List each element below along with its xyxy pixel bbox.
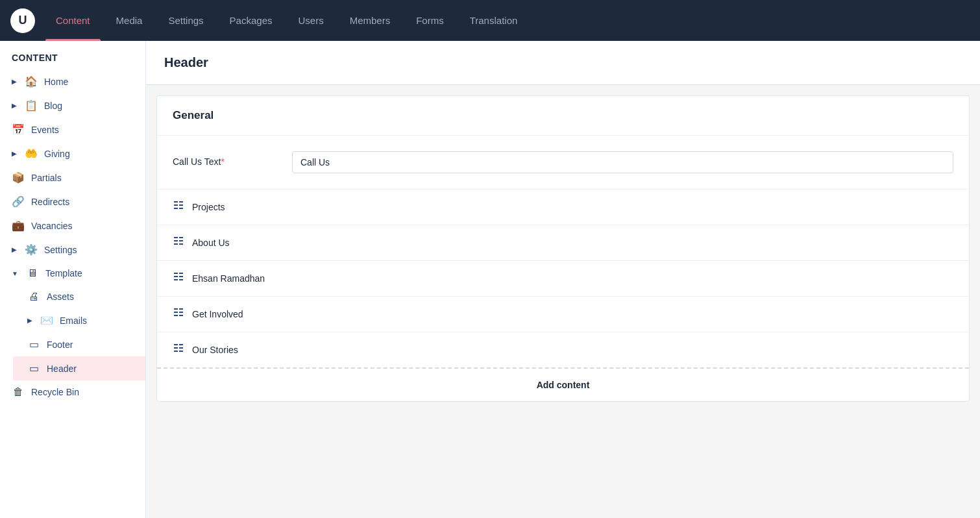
svg-rect-20 bbox=[174, 312, 178, 313]
list-item[interactable]: Get Involved bbox=[157, 296, 969, 332]
drag-icon bbox=[173, 200, 184, 214]
sidebar-item-vacancies[interactable]: 💼 Vacancies bbox=[0, 214, 145, 238]
sidebar-item-label: Events bbox=[31, 125, 59, 135]
chevron-right-icon: ▶ bbox=[12, 78, 17, 85]
sidebar-title: Content bbox=[0, 41, 145, 69]
svg-rect-8 bbox=[174, 240, 178, 241]
svg-rect-27 bbox=[179, 347, 183, 349]
svg-rect-28 bbox=[174, 351, 178, 352]
list-item-label: About Us bbox=[192, 238, 230, 248]
svg-rect-12 bbox=[174, 273, 178, 274]
sidebar-item-header[interactable]: ▭ Header bbox=[13, 356, 145, 380]
svg-rect-13 bbox=[179, 273, 183, 274]
chevron-right-icon: ▶ bbox=[12, 150, 17, 157]
nav-content[interactable]: Content bbox=[45, 0, 101, 41]
svg-rect-6 bbox=[174, 237, 178, 238]
sidebar-item-giving[interactable]: ▶ 🤲 Giving bbox=[0, 142, 145, 166]
svg-rect-19 bbox=[179, 308, 183, 310]
redirects-icon: 🔗 bbox=[12, 195, 25, 208]
add-content-button[interactable]: Add content bbox=[537, 380, 590, 390]
svg-rect-0 bbox=[174, 201, 178, 203]
assets-icon: 🖨 bbox=[27, 291, 40, 302]
page-title: Header bbox=[164, 55, 962, 70]
chevron-down-icon: ▼ bbox=[12, 270, 18, 277]
template-sub-items: 🖨 Assets ▶ ✉️ Emails ▭ Footer ▭ Header bbox=[0, 285, 145, 380]
general-section-title: General bbox=[157, 96, 969, 136]
call-us-text-input[interactable] bbox=[292, 151, 953, 173]
svg-rect-4 bbox=[174, 208, 178, 209]
nav-settings[interactable]: Settings bbox=[158, 0, 214, 41]
svg-rect-2 bbox=[174, 204, 178, 206]
events-icon: 📅 bbox=[12, 123, 25, 136]
sidebar-item-label: Giving bbox=[44, 149, 70, 159]
sidebar-item-label: Header bbox=[47, 364, 77, 374]
list-item[interactable]: Ehsan Ramadhan bbox=[157, 260, 969, 296]
main-content: Header General Call Us Text* Projects bbox=[146, 41, 980, 518]
sidebar-item-label: Blog bbox=[44, 101, 62, 111]
svg-rect-9 bbox=[179, 240, 183, 241]
svg-rect-5 bbox=[179, 208, 183, 209]
sidebar-item-partials[interactable]: 📦 Partials bbox=[0, 166, 145, 190]
home-icon: 🏠 bbox=[25, 75, 38, 88]
svg-rect-24 bbox=[174, 344, 178, 345]
logo: U bbox=[10, 8, 35, 33]
svg-rect-22 bbox=[174, 315, 178, 316]
list-item[interactable]: Our Stories bbox=[157, 332, 969, 367]
sidebar-item-template[interactable]: ▼ 🖥 Template bbox=[0, 262, 145, 285]
nav-forms[interactable]: Forms bbox=[406, 0, 454, 41]
list-item-label: Our Stories bbox=[192, 345, 238, 355]
svg-rect-11 bbox=[179, 243, 183, 245]
blog-icon: 📋 bbox=[25, 99, 38, 112]
sidebar-item-settings[interactable]: ▶ ⚙️ Settings bbox=[0, 238, 145, 262]
vacancies-icon: 💼 bbox=[12, 219, 25, 232]
content-list: Projects About Us Ehsan Ramadhan bbox=[157, 189, 969, 367]
sidebar-item-recycle-bin[interactable]: 🗑 Recycle Bin bbox=[0, 380, 145, 404]
nav-translation[interactable]: Translation bbox=[459, 0, 528, 41]
sidebar: Content ▶ 🏠 Home ▶ 📋 Blog 📅 Events ▶ 🤲 G… bbox=[0, 41, 146, 518]
svg-rect-1 bbox=[179, 201, 183, 203]
drag-icon bbox=[173, 343, 184, 357]
svg-rect-16 bbox=[174, 279, 178, 280]
sidebar-item-label: Settings bbox=[44, 245, 77, 255]
svg-rect-17 bbox=[179, 279, 183, 280]
nav-users[interactable]: Users bbox=[288, 0, 334, 41]
sidebar-item-assets[interactable]: 🖨 Assets bbox=[13, 285, 145, 308]
sidebar-item-events[interactable]: 📅 Events bbox=[0, 117, 145, 142]
add-content-row: Add content bbox=[157, 367, 969, 401]
sidebar-item-redirects[interactable]: 🔗 Redirects bbox=[0, 190, 145, 214]
svg-rect-25 bbox=[179, 344, 183, 345]
nav-members[interactable]: Members bbox=[339, 0, 401, 41]
header-icon: ▭ bbox=[27, 362, 40, 375]
svg-rect-26 bbox=[174, 347, 178, 349]
svg-rect-21 bbox=[179, 312, 183, 313]
chevron-right-icon: ▶ bbox=[12, 102, 17, 109]
list-item[interactable]: Projects bbox=[157, 189, 969, 225]
drag-icon bbox=[173, 271, 184, 286]
top-nav: U Content Media Settings Packages Users … bbox=[0, 0, 980, 41]
nav-media[interactable]: Media bbox=[106, 0, 153, 41]
sidebar-item-label: Redirects bbox=[31, 197, 69, 207]
sidebar-item-label: Assets bbox=[47, 291, 74, 302]
sidebar-item-label: Emails bbox=[60, 315, 87, 326]
emails-icon: ✉️ bbox=[40, 314, 53, 327]
sidebar-item-emails[interactable]: ▶ ✉️ Emails bbox=[13, 308, 145, 332]
svg-rect-15 bbox=[179, 276, 183, 277]
drag-icon bbox=[173, 307, 184, 321]
list-item[interactable]: About Us bbox=[157, 225, 969, 260]
chevron-right-icon: ▶ bbox=[27, 317, 32, 324]
sidebar-item-label: Partials bbox=[31, 173, 62, 183]
sidebar-item-label: Recycle Bin bbox=[31, 387, 79, 397]
call-us-text-field: Call Us Text* bbox=[157, 136, 969, 189]
nav-packages[interactable]: Packages bbox=[219, 0, 283, 41]
svg-rect-3 bbox=[179, 204, 183, 206]
settings-icon: ⚙️ bbox=[25, 243, 38, 256]
sidebar-item-footer[interactable]: ▭ Footer bbox=[13, 332, 145, 356]
recycle-bin-icon: 🗑 bbox=[12, 386, 25, 398]
list-item-label: Get Involved bbox=[192, 309, 243, 319]
layout: Content ▶ 🏠 Home ▶ 📋 Blog 📅 Events ▶ 🤲 G… bbox=[0, 41, 980, 518]
sidebar-item-blog[interactable]: ▶ 📋 Blog bbox=[0, 93, 145, 117]
sidebar-item-label: Vacancies bbox=[31, 221, 73, 231]
sidebar-item-home[interactable]: ▶ 🏠 Home bbox=[0, 69, 145, 93]
list-item-label: Projects bbox=[192, 202, 225, 212]
sidebar-item-label: Template bbox=[45, 268, 82, 278]
